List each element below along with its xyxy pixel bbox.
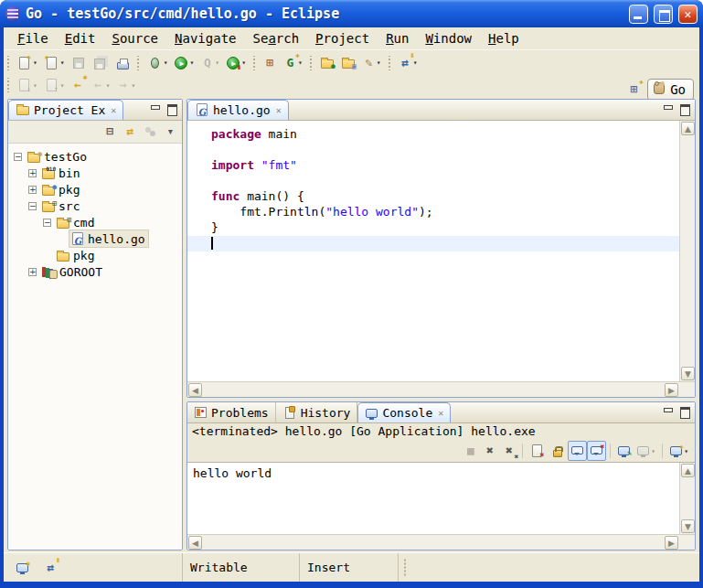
scroll-up-icon[interactable]: ▲ bbox=[681, 464, 695, 477]
tab-history[interactable]: History bbox=[276, 402, 358, 422]
dropdown-arrow-icon: ▾ bbox=[684, 447, 688, 455]
pin-console-button[interactable]: ✎ bbox=[614, 441, 634, 461]
editor-vertical-scrollbar[interactable]: ▲ ▼ bbox=[679, 121, 695, 381]
scroll-left-icon[interactable]: ◀ bbox=[188, 536, 202, 550]
expand-icon[interactable]: + bbox=[28, 169, 37, 177]
minimize-view-button[interactable] bbox=[661, 405, 675, 418]
console-vertical-scrollbar[interactable]: ▲ ▼ bbox=[679, 463, 695, 534]
link-with-editor-button[interactable]: ⇄ bbox=[121, 122, 140, 142]
tree-item-pkg[interactable]: pkg bbox=[8, 247, 182, 263]
scroll-lock-button[interactable] bbox=[548, 441, 568, 461]
customize-view-button[interactable] bbox=[141, 122, 160, 142]
project-explorer-tab[interactable]: Project Ex ✕ bbox=[8, 100, 123, 120]
folder-icon bbox=[57, 252, 69, 262]
new-wizard-button[interactable]: ✚▾ bbox=[14, 53, 40, 73]
collapse-icon[interactable]: − bbox=[28, 202, 37, 210]
scroll-up-icon[interactable]: ▲ bbox=[681, 122, 695, 135]
close-tab-icon[interactable]: ✕ bbox=[276, 105, 282, 115]
save-button[interactable] bbox=[69, 53, 89, 73]
code-editor[interactable]: package mainimport "fmt"func main() { fm… bbox=[187, 121, 679, 381]
editor-horizontal-scrollbar[interactable]: ◀ ▶ bbox=[187, 381, 695, 397]
tree-item-cmd[interactable]: −⊞cmd bbox=[8, 214, 182, 230]
scroll-right-icon[interactable]: ▶ bbox=[665, 383, 678, 397]
maximize-view-button[interactable] bbox=[677, 102, 691, 115]
maximize-button[interactable] bbox=[654, 5, 673, 24]
go-file-icon bbox=[197, 103, 208, 116]
editor-tab-hello-go[interactable]: hello.go ✕ bbox=[187, 100, 289, 120]
tree-item-label: bin bbox=[59, 166, 80, 180]
tree-item-src[interactable]: −⊞src bbox=[8, 198, 182, 214]
tree-item-bin[interactable]: +010bin bbox=[8, 165, 182, 181]
external-tools-button[interactable]: ▮▾ bbox=[223, 53, 249, 73]
remove-all-terminated-button[interactable]: ✖✖ bbox=[499, 441, 518, 461]
console-panel: ProblemsHistoryConsole✕ <terminated> hel… bbox=[186, 401, 696, 551]
collapse-all-button[interactable]: ⊟ bbox=[101, 122, 120, 142]
open-resource-button[interactable]: ▣ bbox=[338, 53, 358, 73]
toolbar-handle bbox=[252, 56, 257, 70]
maximize-view-button[interactable] bbox=[165, 102, 178, 115]
tree-item-hello-go[interactable]: hello.go bbox=[8, 230, 182, 247]
console-horizontal-scrollbar[interactable]: ◀ ▶ bbox=[187, 534, 695, 550]
tree-item-pkg[interactable]: +●pkg bbox=[8, 181, 182, 198]
collapse-icon[interactable]: − bbox=[43, 219, 51, 227]
menu-search[interactable]: Search bbox=[245, 29, 308, 48]
terminate-button[interactable]: ■ bbox=[461, 441, 480, 461]
close-tab-icon[interactable]: ✕ bbox=[438, 408, 443, 418]
fast-view-button[interactable]: ✱ bbox=[13, 558, 32, 578]
debug-button[interactable]: ▾ bbox=[144, 53, 171, 73]
menu-help[interactable]: Help bbox=[480, 29, 527, 48]
last-edit-location-button[interactable]: ←✱ bbox=[69, 75, 88, 95]
new-go-package-button[interactable]: ⊞ bbox=[261, 53, 280, 73]
run-button[interactable]: ▾ bbox=[171, 53, 197, 73]
expand-icon[interactable]: + bbox=[28, 186, 37, 194]
previous-annotation-button[interactable]: ↑▾ bbox=[41, 75, 68, 95]
menu-window[interactable]: Window bbox=[417, 29, 480, 48]
console-status-line: <terminated> hello.go [Go Application] h… bbox=[187, 423, 695, 440]
display-console-button[interactable]: ▾ bbox=[634, 441, 658, 461]
gopath-sync-status-button[interactable]: ⇄▮ bbox=[41, 558, 60, 578]
print-button[interactable] bbox=[113, 53, 133, 73]
menu-file[interactable]: File bbox=[9, 29, 57, 48]
pin-console-icon: ✎ bbox=[618, 446, 630, 455]
maximize-view-button[interactable] bbox=[677, 405, 691, 418]
tab-console[interactable]: Console✕ bbox=[357, 402, 451, 422]
project-explorer-panel: Project Ex ✕ ⊟⇄▾ −●testGo+010bin+●pkg−⊞s… bbox=[7, 99, 183, 551]
scroll-down-icon[interactable]: ▼ bbox=[681, 367, 695, 380]
remove-launch-button[interactable]: ✖ bbox=[480, 441, 499, 461]
close-tab-icon[interactable]: ✕ bbox=[111, 105, 116, 115]
menu-edit[interactable]: Edit bbox=[57, 29, 104, 48]
gopath-sync-button[interactable]: ⇄▮▾ bbox=[396, 53, 421, 73]
menu-navigate[interactable]: Navigate bbox=[166, 29, 244, 48]
new-go-element-button[interactable]: ✚▾ bbox=[41, 53, 68, 73]
main-toolbar-row1: ✚▾✚▾▾▾Q▾▮▾⊞G✚▾●▣✎▾⇄▮▾ bbox=[4, 49, 699, 75]
scroll-left-icon[interactable]: ◀ bbox=[188, 383, 202, 397]
close-button[interactable] bbox=[678, 5, 698, 24]
show-stdout-button[interactable] bbox=[568, 441, 587, 461]
minimize-view-button[interactable] bbox=[661, 102, 675, 115]
tree-item-goroot[interactable]: +GOROOT bbox=[8, 263, 182, 280]
menu-run[interactable]: Run bbox=[378, 29, 417, 48]
scroll-right-icon[interactable]: ▶ bbox=[665, 536, 678, 550]
console-output[interactable]: hello world bbox=[187, 463, 679, 534]
profile-button[interactable]: Q▾ bbox=[197, 53, 222, 73]
next-annotation-button[interactable]: ↓▾ bbox=[14, 75, 40, 95]
view-menu-button[interactable]: ▾ bbox=[161, 122, 180, 142]
back-button[interactable]: ←▾ bbox=[89, 75, 113, 95]
mark-occurrences-button[interactable]: ✎▾ bbox=[359, 53, 384, 73]
tab-problems[interactable]: Problems bbox=[187, 402, 276, 422]
save-all-button[interactable] bbox=[90, 53, 112, 73]
minimize-view-button[interactable] bbox=[148, 102, 162, 115]
tree-item-testgo[interactable]: −●testGo bbox=[8, 148, 182, 165]
new-go-project-button[interactable]: G✚▾ bbox=[281, 53, 305, 73]
scroll-down-icon[interactable]: ▼ bbox=[681, 519, 695, 533]
forward-button[interactable]: →▾ bbox=[113, 75, 138, 95]
menu-project[interactable]: Project bbox=[307, 29, 378, 48]
open-console-button[interactable]: ✚▾ bbox=[666, 441, 691, 461]
clear-console-button[interactable]: ✖ bbox=[527, 441, 548, 461]
menu-source[interactable]: Source bbox=[103, 29, 166, 48]
import-button[interactable]: ● bbox=[317, 53, 337, 73]
collapse-icon[interactable]: − bbox=[14, 153, 22, 161]
minimize-button[interactable] bbox=[629, 5, 648, 24]
expand-icon[interactable]: + bbox=[28, 268, 37, 276]
show-stderr-button[interactable]: ✖ bbox=[587, 441, 606, 461]
